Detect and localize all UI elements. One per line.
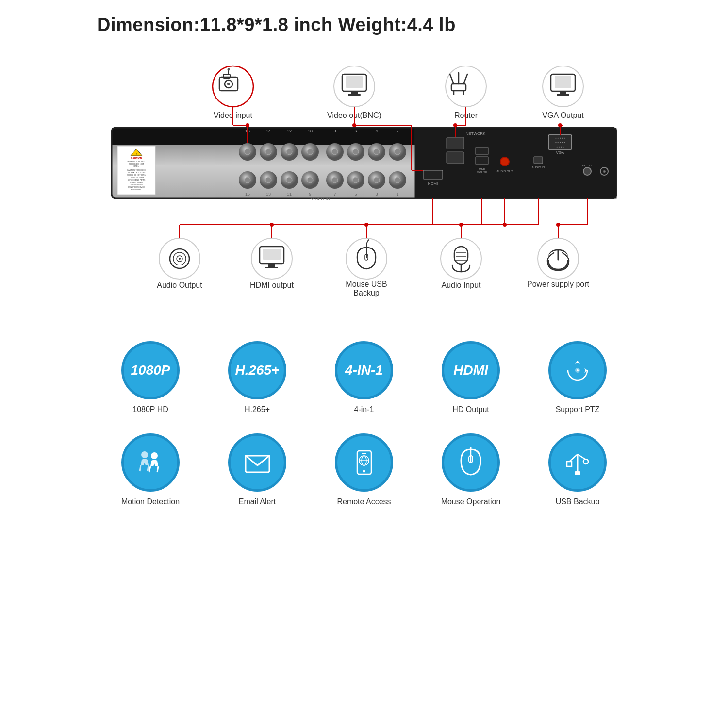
svg-text:MOUSE: MOUSE — [477, 171, 487, 174]
feature-email: Email Alert — [214, 433, 301, 506]
svg-text:HDMI output: HDMI output — [250, 281, 294, 289]
svg-text:VGA: VGA — [556, 150, 565, 155]
svg-text:OPEN: OPEN — [133, 165, 139, 167]
badge-1080p-text: 1080P — [131, 363, 170, 378]
svg-text:VIDEO IN: VIDEO IN — [311, 197, 330, 201]
svg-point-188 — [141, 451, 148, 458]
svg-line-204 — [569, 454, 578, 462]
svg-line-193 — [157, 466, 158, 472]
svg-point-60 — [265, 149, 271, 155]
svg-text:Audio Output: Audio Output — [157, 281, 202, 289]
svg-text:2: 2 — [396, 129, 398, 133]
svg-point-70 — [374, 149, 380, 155]
svg-rect-206 — [567, 462, 572, 466]
svg-point-66 — [332, 149, 338, 155]
svg-text:● ● ● ●: ● ● ● ● — [556, 145, 564, 148]
badge-remote — [335, 433, 393, 492]
svg-point-130 — [352, 123, 356, 127]
feature-email-label: Email Alert — [239, 497, 276, 506]
svg-rect-26 — [555, 76, 571, 88]
svg-rect-208 — [575, 471, 580, 475]
svg-point-199 — [363, 470, 365, 472]
svg-text:PERSONNEL.: PERSONNEL. — [131, 189, 142, 191]
svg-text:9: 9 — [309, 192, 311, 197]
svg-text:8: 8 — [333, 129, 336, 133]
badge-usb-backup — [548, 433, 607, 492]
badge-motion — [121, 433, 180, 492]
feature-h265: H.265+ H.265+ — [214, 341, 301, 414]
badge-4in1: 4-IN-1 — [335, 341, 393, 399]
svg-text:INSIDE. REFER: INSIDE. REFER — [130, 182, 143, 183]
svg-text:● ● ● ● ●: ● ● ● ● ● — [555, 141, 565, 144]
svg-point-97 — [395, 177, 400, 183]
svg-point-158 — [270, 223, 274, 227]
svg-point-207 — [583, 459, 588, 464]
svg-rect-151 — [263, 249, 281, 260]
svg-point-85 — [265, 177, 271, 183]
svg-point-168 — [441, 238, 481, 279]
svg-point-72 — [395, 149, 400, 155]
ptz-icon — [563, 356, 592, 385]
svg-rect-98 — [415, 129, 616, 198]
svg-text:COVERS. NO USER: COVERS. NO USER — [129, 177, 145, 179]
svg-point-125 — [246, 123, 249, 127]
feature-motion-label: Motion Detection — [121, 497, 180, 506]
svg-rect-153 — [265, 267, 278, 268]
feature-1080p-label: 1080P HD — [132, 405, 168, 414]
svg-text:SHOCK, DO NOT OPEN: SHOCK, DO NOT OPEN — [127, 174, 146, 176]
badge-hdmi: HDMI — [442, 341, 500, 399]
svg-text:7: 7 — [333, 192, 336, 197]
svg-text:5: 5 — [354, 192, 357, 197]
svg-rect-28 — [557, 94, 569, 96]
badge-ptz — [548, 341, 607, 399]
svg-point-187 — [577, 369, 579, 371]
svg-text:⊕: ⊕ — [603, 169, 606, 174]
diagram-svg: Video input Video out(BNC) — [97, 50, 631, 322]
svg-text:14: 14 — [266, 129, 271, 133]
svg-text:Backup: Backup — [353, 289, 379, 297]
svg-point-68 — [353, 149, 359, 155]
feature-1080p: 1080P 1080P HD — [107, 341, 194, 414]
svg-text:6: 6 — [354, 129, 357, 133]
svg-point-95 — [374, 177, 380, 183]
svg-point-143 — [179, 258, 181, 260]
svg-text:Audio Input: Audio Input — [442, 281, 481, 289]
svg-line-190 — [148, 465, 149, 471]
svg-point-5 — [227, 83, 230, 85]
svg-point-167 — [364, 223, 368, 227]
svg-rect-14 — [348, 94, 361, 96]
feature-usb-label: USB Backup — [556, 497, 600, 506]
feature-4in1: 4-IN-1 4-in-1 — [320, 341, 408, 414]
badge-h265-text: H.265+ — [235, 363, 279, 378]
svg-text:QUALIFIED SERVICE: QUALIFIED SERVICE — [128, 186, 145, 188]
svg-text:15: 15 — [245, 192, 250, 197]
feature-motion: Motion Detection — [107, 433, 194, 506]
svg-rect-111 — [534, 157, 543, 164]
features-section: 1080P 1080P HD H.265+ H.265+ 4-IN-1 4 — [97, 341, 631, 506]
svg-text:Power supply port: Power supply port — [527, 280, 590, 288]
svg-point-184 — [556, 223, 560, 227]
svg-point-134 — [453, 123, 457, 127]
svg-point-87 — [286, 177, 292, 183]
svg-point-89 — [307, 177, 313, 183]
svg-text:DC 12V: DC 12V — [582, 164, 592, 167]
badge-1080p: 1080P — [121, 341, 180, 399]
svg-rect-200 — [362, 453, 366, 454]
svg-point-177 — [459, 223, 463, 227]
svg-text:CAUTION: TO REDUCE: CAUTION: TO REDUCE — [127, 169, 146, 171]
svg-text:12: 12 — [287, 129, 292, 133]
feature-remote: Remote Access — [320, 433, 408, 506]
email-icon — [242, 447, 273, 479]
svg-line-192 — [149, 466, 150, 472]
svg-text:SERVICING TO: SERVICING TO — [131, 184, 143, 186]
feature-mouse-op-label: Mouse Operation — [441, 497, 501, 506]
svg-text:USB: USB — [479, 167, 485, 170]
feature-remote-label: Remote Access — [337, 497, 391, 506]
feature-hdmi-badge: HDMI HD Output — [427, 341, 514, 414]
svg-rect-27 — [560, 91, 566, 94]
svg-text:10: 10 — [308, 129, 313, 133]
dvr-diagram: Video input Video out(BNC) — [97, 50, 631, 506]
svg-text:13: 13 — [266, 192, 271, 197]
features-row-2: Motion Detection Email Alert — [97, 433, 631, 506]
svg-text:NETWORK: NETWORK — [466, 132, 486, 136]
